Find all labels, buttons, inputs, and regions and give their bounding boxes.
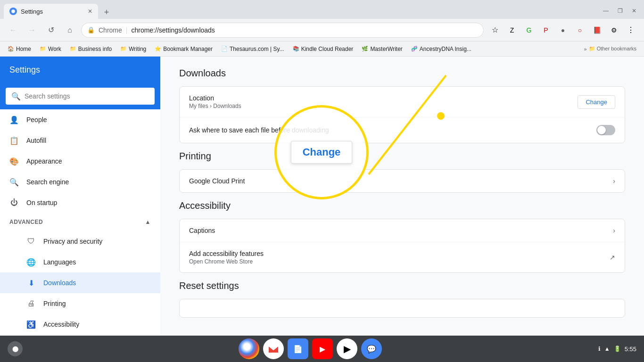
sidebar-item-search[interactable]: 🔍 Search engine <box>0 172 160 192</box>
reset-card <box>179 299 625 318</box>
more-bookmarks-button[interactable]: » 📁 Other bookmarks <box>580 44 640 54</box>
new-tab-button[interactable]: + <box>100 6 113 19</box>
cloud-print-text: Google Cloud Print <box>189 177 613 185</box>
captions-label: Captions <box>189 227 613 234</box>
bookmark-kindle-label: Kindle Cloud Reader <box>301 46 354 52</box>
downloads-label: Downloads <box>43 279 76 287</box>
dock-messages-icon[interactable]: 💬 <box>361 338 382 359</box>
chrome-label: Chrome <box>99 26 122 34</box>
captions-row[interactable]: Captions › <box>180 219 625 242</box>
appearance-icon: 🎨 <box>9 156 19 166</box>
more-tools-button[interactable]: ⋮ <box>623 23 638 38</box>
bookmark-manager[interactable]: ⭐ Bookmark Manager <box>151 44 216 54</box>
refresh-button[interactable]: ↺ <box>43 23 58 38</box>
dock-chrome-icon[interactable] <box>239 338 259 359</box>
sidebar-item-privacy[interactable]: 🛡 Privacy and security <box>0 231 160 252</box>
ask-save-label: Ask where to save each file before downl… <box>189 126 596 134</box>
people-label: People <box>26 116 47 123</box>
location-value: My files › Downloads <box>189 103 578 109</box>
sidebar-item-printing[interactable]: 🖨 Printing <box>0 293 160 314</box>
secure-icon: 🔒 <box>87 26 95 33</box>
add-features-label: Add accessibility features <box>189 250 610 257</box>
ext-icon-7[interactable]: ⚙ <box>606 23 621 38</box>
bookmark-work-label: Work <box>48 46 61 52</box>
system-tray-icon[interactable]: ⬤ <box>8 341 23 356</box>
people-icon: 👤 <box>9 115 19 124</box>
captions-arrow-icon: › <box>613 227 615 234</box>
bookmark-home[interactable]: 🏠 Home <box>4 44 35 54</box>
sidebar-item-languages[interactable]: 🌐 Languages <box>0 252 160 272</box>
ask-save-text: Ask where to save each file before downl… <box>189 126 596 134</box>
change-location-button[interactable]: Change <box>578 95 615 109</box>
bookmark-ancestry[interactable]: 🧬 AncestryDNA Insig... <box>407 44 475 54</box>
startup-icon: ⏻ <box>9 198 19 207</box>
location-label: Location <box>189 94 578 102</box>
dock-docs-icon[interactable]: 📄 <box>288 338 308 359</box>
clock: 5:55 <box>625 346 636 353</box>
ext-icon-4[interactable]: ● <box>555 23 570 38</box>
ext-icon-6[interactable]: 📕 <box>589 23 604 38</box>
languages-icon: 🌐 <box>26 257 36 267</box>
maximize-button[interactable]: ❐ <box>614 5 626 17</box>
dock-play-icon[interactable]: ▶ <box>337 338 357 359</box>
ext-icon-2[interactable]: G <box>521 23 537 38</box>
dock-gmail-icon[interactable] <box>263 338 284 359</box>
bookmark-kindle[interactable]: 📚 Kindle Cloud Reader <box>289 44 357 54</box>
tab-favicon <box>9 8 17 15</box>
ask-save-row: Ask where to save each file before downl… <box>180 117 625 143</box>
address-bar[interactable]: 🔒 Chrome | chrome://settings/downloads <box>81 23 484 38</box>
work-bookmark-icon: 📁 <box>40 46 46 52</box>
dock-youtube-icon[interactable]: ▶ <box>312 338 333 359</box>
add-features-external-icon: ↗ <box>610 254 615 261</box>
bookmark-thesaurus-label: Thesaurus.com | Sy... <box>230 46 284 52</box>
sidebar-item-startup[interactable]: ⏻ On startup <box>0 192 160 213</box>
bookmark-ancestry-label: AncestryDNA Insig... <box>420 46 471 52</box>
sidebar-item-appearance[interactable]: 🎨 Appearance <box>0 151 160 172</box>
toggle-knob <box>597 126 606 134</box>
bookmark-work[interactable]: 📁 Work <box>36 44 65 54</box>
printing-section-title: Printing <box>179 151 625 162</box>
privacy-label: Privacy and security <box>43 238 102 245</box>
bookmark-star-button[interactable]: ☆ <box>487 23 503 38</box>
search-input[interactable] <box>25 92 149 100</box>
minimize-button[interactable]: — <box>600 5 612 17</box>
ext-icon-1[interactable]: Z <box>504 23 520 38</box>
active-tab[interactable]: Settings ✕ <box>4 4 98 19</box>
bookmark-writing[interactable]: 📁 Writing <box>116 44 150 54</box>
home-button[interactable]: ⌂ <box>62 23 77 38</box>
close-button[interactable]: ✕ <box>628 5 640 17</box>
search-engine-icon: 🔍 <box>9 177 19 187</box>
business-bookmark-icon: 📁 <box>70 46 76 52</box>
add-features-row[interactable]: Add accessibility features Open Chrome W… <box>180 242 625 272</box>
search-icon: 🔍 <box>11 92 21 101</box>
captions-text: Captions <box>189 227 613 234</box>
ancestry-bookmark-icon: 🧬 <box>411 46 418 52</box>
ext-icon-5[interactable]: ○ <box>572 23 587 38</box>
window-controls: — ❐ ✕ <box>600 5 640 19</box>
tab-title: Settings <box>21 8 43 15</box>
cloud-print-label: Google Cloud Print <box>189 177 613 185</box>
forward-button[interactable]: → <box>25 23 40 38</box>
advanced-section-header[interactable]: Advanced ▲ <box>0 213 160 231</box>
bookmark-thesaurus[interactable]: 📄 Thesaurus.com | Sy... <box>217 44 288 54</box>
wifi-icon: ▲ <box>604 346 610 352</box>
sidebar-item-downloads[interactable]: ⬇ Downloads <box>0 272 160 293</box>
sidebar-item-autofill[interactable]: 📋 Autofill <box>0 130 160 151</box>
sidebar-item-people[interactable]: 👤 People <box>0 109 160 130</box>
settings-header: Settings <box>0 57 160 83</box>
bookmarks-bar: 🏠 Home 📁 Work 📁 Business info 📁 Writing … <box>0 41 644 57</box>
bookmark-masterwriter[interactable]: 🌿 MasterWriter <box>358 44 406 54</box>
languages-label: Languages <box>43 258 76 266</box>
cloud-print-arrow-icon: › <box>613 177 615 185</box>
bookmark-business[interactable]: 📁 Business info <box>66 44 116 54</box>
more-bookmarks-icon: » <box>584 46 586 52</box>
docs-icon-label: 📄 <box>293 345 303 354</box>
close-tab-button[interactable]: ✕ <box>84 8 92 15</box>
back-button[interactable]: ← <box>6 23 21 38</box>
cloud-print-row[interactable]: Google Cloud Print › <box>180 170 625 192</box>
sidebar-item-accessibility[interactable]: ♿ Accessibility <box>0 314 160 335</box>
advanced-arrow-icon: ▲ <box>145 219 151 225</box>
ext-icon-3[interactable]: P <box>538 23 553 38</box>
search-container: 🔍 <box>0 83 160 109</box>
ask-save-toggle[interactable] <box>596 125 615 135</box>
